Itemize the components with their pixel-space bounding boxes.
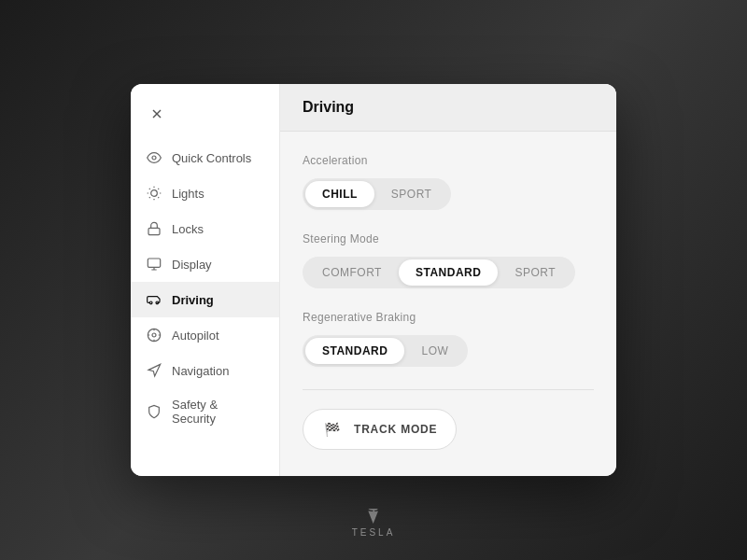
sidebar-item-label: Navigation bbox=[172, 364, 229, 378]
acceleration-section: Acceleration CHILL SPORT bbox=[303, 154, 594, 210]
tesla-brand-label: TESLA bbox=[352, 527, 396, 538]
divider bbox=[303, 389, 594, 390]
sidebar-item-label: Display bbox=[172, 258, 212, 272]
sidebar-item-label: Driving bbox=[172, 293, 214, 307]
svg-line-11 bbox=[158, 189, 159, 189]
steering-label: Steering Mode bbox=[303, 232, 594, 245]
sidebar-item-quick-controls[interactable]: Quick Controls bbox=[131, 140, 279, 175]
sidebar-item-safety[interactable]: Safety & Security bbox=[131, 388, 279, 435]
steering-comfort-button[interactable]: COMFORT bbox=[305, 259, 399, 286]
steering-section: Steering Mode COMFORT STANDARD SPORT bbox=[303, 232, 594, 288]
car-icon bbox=[146, 291, 162, 308]
steering-standard-button[interactable]: STANDARD bbox=[399, 259, 498, 286]
navigation-icon bbox=[146, 362, 162, 379]
braking-btn-group: STANDARD LOW bbox=[303, 335, 468, 367]
braking-standard-button[interactable]: STANDARD bbox=[305, 338, 404, 364]
sidebar-item-display[interactable]: Display bbox=[131, 246, 279, 282]
tesla-logo-icon bbox=[366, 509, 381, 524]
main-content: Driving Acceleration CHILL SPORT Steerin… bbox=[280, 84, 616, 476]
acceleration-label: Acceleration bbox=[303, 154, 594, 167]
svg-point-19 bbox=[152, 333, 156, 337]
sidebar-item-driving[interactable]: Driving bbox=[131, 282, 279, 317]
main-body: Acceleration CHILL SPORT Steering Mode C… bbox=[280, 132, 616, 476]
svg-line-10 bbox=[149, 197, 150, 198]
autopilot-icon bbox=[146, 327, 162, 343]
steering-btn-group: COMFORT STANDARD SPORT bbox=[303, 257, 575, 288]
svg-point-16 bbox=[149, 301, 152, 304]
sidebar: Quick Controls Lights Loc bbox=[131, 84, 280, 476]
svg-line-6 bbox=[149, 189, 150, 189]
monitor-icon bbox=[146, 256, 162, 273]
track-mode-button[interactable]: 🏁 TRACK MODE bbox=[303, 409, 457, 450]
svg-marker-24 bbox=[148, 364, 161, 376]
eye-icon bbox=[146, 149, 162, 166]
settings-modal: Quick Controls Lights Loc bbox=[131, 84, 616, 476]
sidebar-item-navigation[interactable]: Navigation bbox=[131, 353, 279, 388]
acceleration-btn-group: CHILL SPORT bbox=[303, 178, 451, 210]
close-button[interactable] bbox=[146, 103, 168, 125]
svg-line-7 bbox=[158, 197, 159, 198]
sun-icon bbox=[146, 185, 162, 202]
svg-point-3 bbox=[151, 190, 158, 197]
page-title: Driving bbox=[280, 84, 616, 132]
sidebar-item-label: Locks bbox=[172, 222, 204, 236]
track-mode-label: TRACK MODE bbox=[354, 423, 437, 436]
sidebar-item-locks[interactable]: Locks bbox=[131, 211, 279, 246]
sidebar-item-label: Lights bbox=[172, 187, 204, 201]
braking-section: Regenerative Braking STANDARD LOW bbox=[303, 311, 594, 367]
sidebar-item-label: Quick Controls bbox=[172, 151, 251, 165]
acceleration-chill-button[interactable]: CHILL bbox=[305, 181, 374, 207]
sidebar-item-label: Autopilot bbox=[172, 329, 219, 343]
track-mode-icon: 🏁 bbox=[322, 419, 343, 440]
svg-point-2 bbox=[152, 156, 156, 160]
lock-icon bbox=[146, 220, 162, 237]
braking-label: Regenerative Braking bbox=[303, 311, 594, 324]
steering-sport-button[interactable]: SPORT bbox=[498, 259, 572, 286]
acceleration-sport-button[interactable]: SPORT bbox=[374, 181, 449, 207]
sidebar-item-autopilot[interactable]: Autopilot bbox=[131, 317, 279, 353]
tesla-footer: TESLA bbox=[352, 509, 396, 538]
braking-low-button[interactable]: LOW bbox=[404, 338, 465, 364]
shield-icon bbox=[146, 403, 162, 420]
svg-rect-12 bbox=[148, 228, 160, 234]
sidebar-item-label: Safety & Security bbox=[172, 398, 264, 426]
svg-rect-13 bbox=[148, 259, 160, 267]
sidebar-item-lights[interactable]: Lights bbox=[131, 175, 279, 211]
